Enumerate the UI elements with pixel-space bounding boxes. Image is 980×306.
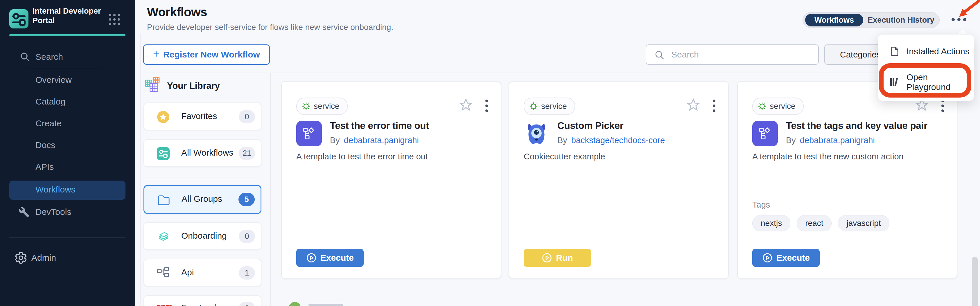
sidebar-item-apis[interactable]: APIs (35, 161, 54, 173)
next-section-text-sliver (309, 304, 343, 306)
app-logo[interactable] (9, 9, 29, 29)
play-icon (762, 252, 773, 263)
flow-icon (301, 126, 317, 141)
library-title: Your Library (167, 81, 220, 91)
workflow-avatar (296, 121, 322, 146)
count-badge: 3 (239, 302, 255, 306)
app-grid-icon[interactable] (109, 14, 120, 25)
library-item-label: Onboarding (181, 231, 227, 241)
gear-icon (530, 102, 538, 110)
toolbar-divider (140, 73, 965, 73)
sidebar-search-label[interactable]: Search (35, 51, 63, 63)
workflow-card[interactable]: service Custom Picker Bybackstage/techdo… (509, 81, 729, 279)
plus-icon: + (153, 48, 159, 60)
annotation-ring (879, 63, 971, 98)
card-description: A template to test the new custom action (752, 151, 938, 162)
workflow-search (646, 44, 819, 65)
sidebar-search[interactable] (20, 52, 30, 63)
card-title: Test the error time out (330, 120, 429, 131)
workflows-icon (156, 147, 170, 160)
card-description: Cookiecutter example (524, 151, 710, 162)
workflow-avatar (524, 121, 549, 146)
sidebar-accent-rule (9, 34, 126, 36)
run-button[interactable]: Run (524, 249, 591, 267)
run-label: Run (556, 253, 573, 263)
by-label: By (786, 136, 796, 145)
library-item-api[interactable]: Api 1 (143, 259, 261, 287)
author-link[interactable]: debabrata.panigrahi (344, 136, 419, 145)
tree-icon (156, 266, 170, 280)
count-badge: 21 (239, 147, 255, 160)
scrollbar-thumb[interactable] (972, 257, 978, 306)
favorite-star-button[interactable] (686, 98, 700, 112)
menu-item-label: Installed Actions (907, 46, 970, 56)
sidebar-item-devtools[interactable]: DevTools (35, 206, 71, 218)
sidebar-item-create[interactable]: Create (35, 117, 62, 129)
search-icon (654, 50, 665, 60)
view-toggle: Workflows Execution History (803, 12, 940, 28)
library-cubes-icon (144, 77, 161, 94)
next-section-icon (289, 302, 301, 306)
app-window: Internal Developer Portal Search Overvie… (0, 0, 980, 306)
card-menu-button[interactable] (941, 100, 944, 112)
tags-label: Tags (752, 200, 770, 209)
author-link[interactable]: backstage/techdocs-core (571, 136, 665, 145)
menu-item-installed-actions[interactable]: Installed Actions (878, 42, 974, 61)
workflow-card[interactable]: service Test the error time out Bydebabr… (281, 81, 501, 279)
sidebar-divider-bottom (9, 237, 126, 238)
card-menu-button[interactable] (713, 100, 715, 112)
kind-chip: service (524, 98, 575, 115)
author-link[interactable]: debabrata.panigrahi (800, 136, 875, 145)
count-badge: 0 (239, 110, 255, 124)
gear-icon (302, 102, 310, 110)
library-item-frontend[interactable]: npm Frontend 3 (143, 295, 261, 306)
sidebar-item-catalog[interactable]: Catalog (35, 96, 65, 108)
content-left-border (140, 34, 141, 306)
execute-button[interactable]: Execute (752, 249, 820, 267)
toggle-workflows[interactable]: Workflows (805, 14, 863, 27)
sidebar-item-overview[interactable]: Overview (35, 74, 72, 86)
sidebar-item-workflows[interactable]: Workflows (9, 181, 126, 200)
tag-chip: nextjs (752, 215, 790, 231)
workflow-card[interactable]: service Test the tags and key value pair… (737, 81, 957, 279)
card-byline: Bydebabrata.panigrahi (330, 136, 419, 145)
favorite-star-button[interactable] (459, 98, 473, 112)
monster-icon (524, 120, 549, 147)
execute-label: Execute (320, 253, 354, 263)
library-item-all-groups[interactable]: All Groups 5 (143, 185, 261, 214)
library-item-onboarding[interactable]: Onboarding 0 (143, 222, 261, 250)
kind-chip: service (752, 98, 804, 115)
kind-chip-label: service (770, 101, 795, 111)
panel-divider (270, 73, 271, 306)
flow-icon (757, 126, 773, 141)
card-title: Custom Picker (557, 120, 623, 131)
tags-row: nextjs react javascript (752, 215, 889, 231)
execute-button[interactable]: Execute (296, 249, 364, 267)
card-byline: Bybackstage/techdocs-core (557, 136, 665, 145)
library-item-label: All Workflows (181, 148, 233, 158)
by-label: By (557, 136, 567, 145)
library-item-all-workflows[interactable]: All Workflows 21 (143, 139, 261, 167)
workflow-avatar (752, 121, 778, 146)
library-item-label: Favorites (181, 111, 217, 121)
card-menu-button[interactable] (485, 100, 488, 112)
page-subtitle: Provide developer self-service for flows… (147, 23, 393, 32)
sidebar-item-docs[interactable]: Docs (35, 140, 55, 151)
gear-icon (14, 251, 27, 265)
play-icon (306, 252, 317, 263)
execute-label: Execute (776, 253, 810, 263)
register-workflow-label: Register New Workflow (163, 50, 260, 60)
wrench-icon (19, 207, 30, 219)
library-item-favorites[interactable]: Favorites 0 (143, 103, 261, 130)
toggle-execution-history[interactable]: Execution History (866, 14, 936, 27)
folder-icon (157, 193, 170, 207)
register-workflow-button[interactable]: + Register New Workflow (143, 44, 270, 65)
search-input[interactable] (671, 46, 811, 63)
sidebar-item-admin[interactable]: Admin (31, 252, 56, 263)
count-badge-selected: 5 (239, 193, 255, 206)
sidebar: Internal Developer Portal Search Overvie… (0, 0, 135, 306)
play-icon (542, 252, 552, 263)
kind-chip: service (296, 98, 348, 115)
tag-chip: react (797, 215, 832, 231)
library-item-label: Api (181, 267, 194, 277)
